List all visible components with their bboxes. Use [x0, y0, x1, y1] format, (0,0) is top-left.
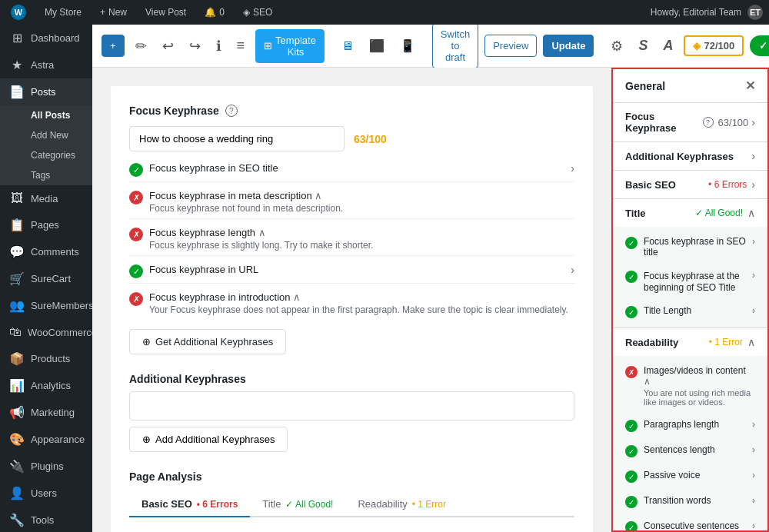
panel-sub-passive-voice[interactable]: ✓ Passive voice › — [613, 464, 767, 489]
undo-button[interactable]: ↩ — [158, 33, 178, 59]
info-button[interactable]: ℹ — [211, 33, 226, 59]
panel-sub-label-seo-title: Focus keyphrase in SEO title — [644, 236, 746, 258]
additional-keyphrases-input[interactable] — [129, 391, 574, 421]
add-additional-keyphrases-button[interactable]: ⊕ Add Additional Keyphrases — [129, 427, 288, 452]
check-item-seo-title: ✓ Focus keyphrase in SEO title › — [129, 158, 574, 182]
panel-sub-consecutive-sentences[interactable]: ✓ Consecutive sentences › — [613, 514, 767, 532]
sidebar-item-label-media: Media — [31, 193, 58, 204]
submenu-categories[interactable]: Categories — [0, 145, 92, 165]
desktop-view-button[interactable]: 🖥 — [337, 36, 358, 56]
add-block-button[interactable]: + — [102, 35, 125, 57]
redo-button[interactable]: ↪ — [185, 33, 205, 59]
sidebar-item-posts[interactable]: 📄 Posts — [0, 78, 92, 105]
panel-sub-transition-words[interactable]: ✓ Transition words › — [613, 489, 767, 514]
panel-sub-title-length[interactable]: ✓ Title Length › — [613, 299, 767, 324]
sidebar-item-products[interactable]: 📦 Products — [0, 345, 92, 372]
panel-close-button[interactable]: ✕ — [745, 78, 755, 93]
shop-button[interactable]: S — [634, 33, 652, 58]
panel-sub-paragraphs[interactable]: ✓ Paragraphs length › — [613, 413, 767, 438]
sidebar-item-appearance[interactable]: 🎨 Appearance — [0, 426, 92, 453]
tab-title[interactable]: Title ✓ All Good! — [250, 492, 345, 517]
focus-keyphrase-info-icon[interactable]: ? — [225, 105, 238, 117]
focus-keyphrase-header: Focus Keyphrase ? — [129, 105, 574, 117]
appearance-icon: 🎨 — [9, 432, 25, 447]
panel-readability-section: Readability • 1 Error ∧ ✗ Images/videos … — [613, 328, 767, 532]
pencil-button[interactable]: ✏ — [131, 33, 151, 59]
admin-bar-store[interactable]: My Store — [40, 0, 86, 25]
check-item-intro: ✗ Focus keyphrase in introduction ∧ Your… — [129, 287, 574, 320]
sidebar-item-label-suremembers: SureMembers — [31, 300, 92, 311]
submenu-all-posts[interactable]: All Posts — [0, 105, 92, 125]
panel-title-arrow: ∧ — [747, 207, 755, 219]
switch-draft-button[interactable]: Switch to draft — [432, 25, 478, 68]
panel-sub-sentences[interactable]: ✓ Sentences length › — [613, 438, 767, 464]
undo-icon: ↩ — [162, 38, 174, 54]
keyphrase-input[interactable] — [129, 126, 345, 151]
update-button[interactable]: Update — [543, 35, 594, 57]
sidebar-item-suremembers[interactable]: 👥 SureMembers — [0, 292, 92, 319]
admin-bar-avatar[interactable]: ET — [747, 5, 763, 20]
submenu-tags[interactable]: Tags — [0, 165, 92, 185]
admin-bar-wp-logo[interactable]: W — [6, 0, 31, 25]
sidebar-item-label-tools: Tools — [31, 514, 54, 526]
seo-score-value: 72/100 — [704, 40, 734, 52]
readability-score-badge[interactable]: ✓ 84/100 — [750, 35, 769, 56]
check-item-meta-desc: ✗ Focus keyphrase in meta description ∧ … — [129, 185, 574, 219]
get-additional-keyphrases-button[interactable]: ⊕ Get Additional Keyphrases — [129, 329, 286, 354]
panel-sub-seo-beginning[interactable]: ✓ Focus keyphrase at the beginning of SE… — [613, 264, 767, 299]
add-keyphrases-label: Add Additional Keyphrases — [155, 434, 275, 445]
tab-basic-seo-label: Basic SEO — [141, 498, 192, 510]
sidebar-item-tools[interactable]: 🔧 Tools — [0, 507, 92, 532]
settings-gear-button[interactable]: ⚙ — [606, 33, 628, 59]
submenu-add-new[interactable]: Add New — [0, 125, 92, 145]
main-content: + ✏ ↩ ↪ ℹ ≡ ⊞ Template Kits 🖥 — [92, 25, 769, 532]
seo-icon: ◈ — [243, 7, 250, 18]
panel-title: General — [625, 80, 665, 92]
check-label-intro: Focus keyphrase in introduction ∧ — [149, 291, 574, 303]
get-keyphrases-label: Get Additional Keyphrases — [155, 336, 273, 347]
sidebar-item-dashboard[interactable]: ⊞ Dashboard — [0, 25, 92, 52]
aio-button[interactable]: A — [658, 33, 677, 58]
panel-basic-seo-row[interactable]: Basic SEO • 6 Errors › — [613, 171, 767, 198]
sidebar-item-woocommerce[interactable]: 🛍 WooCommerce — [0, 319, 92, 345]
sidebar-item-media[interactable]: 🖼 Media — [0, 185, 92, 211]
check-icon-length: ✗ — [129, 228, 143, 241]
admin-bar-new[interactable]: + New — [95, 0, 131, 25]
sidebar-item-astra[interactable]: ★ Astra — [0, 52, 92, 78]
sidebar-item-users[interactable]: 👤 Users — [0, 480, 92, 507]
sidebar-item-plugins[interactable]: 🔌 Plugins — [0, 453, 92, 480]
check-arrow-seo-title[interactable]: › — [571, 162, 574, 175]
admin-bar-view-post[interactable]: View Post — [141, 0, 191, 25]
admin-bar-seo[interactable]: ◈ SEO — [238, 0, 277, 25]
tablet-view-button[interactable]: ⬛ — [365, 35, 389, 56]
tab-readability[interactable]: Readability • 1 Error — [345, 492, 458, 517]
sidebar-item-comments[interactable]: 💬 Comments — [0, 238, 92, 265]
panel-title-title: Title — [625, 208, 695, 219]
admin-bar-right: Howdy, Editorial Team ET — [651, 5, 763, 20]
content-area: Focus Keyphrase ? 63/100 ✓ — [92, 68, 769, 532]
focus-keyphrase-info-icon-panel[interactable]: ? — [703, 117, 714, 128]
focus-check-list: ✓ Focus keyphrase in SEO title › ✗ F — [129, 158, 574, 320]
panel-sub-images-videos[interactable]: ✗ Images/videos in content ∧ You are not… — [613, 359, 767, 413]
panel-focus-keyphrase-row[interactable]: Focus Keyphrase ? 63/100 › — [613, 103, 767, 141]
check-sub-intro: Your Focus keyphrase does not appear in … — [149, 304, 574, 315]
editor-inner: Focus Keyphrase ? 63/100 ✓ — [111, 86, 593, 532]
panel-additional-keyphrases-row[interactable]: Additional Keyphrases › — [613, 142, 767, 170]
template-kits-button[interactable]: ⊞ Template Kits — [255, 29, 325, 63]
tab-basic-seo[interactable]: Basic SEO • 6 Errors — [129, 492, 250, 517]
panel-sub-label-images-videos: Images/videos in content ∧ — [644, 365, 755, 387]
panel-readability-row[interactable]: Readability • 1 Error ∧ — [613, 328, 767, 356]
panel-title-row[interactable]: Title ✓ All Good! ∧ — [613, 199, 767, 227]
sidebar-item-pages[interactable]: 📋 Pages — [0, 211, 92, 238]
mobile-view-button[interactable]: 📱 — [395, 35, 420, 56]
admin-bar-notif[interactable]: 🔔 0 — [200, 0, 229, 25]
sidebar-item-marketing[interactable]: 📢 Marketing — [0, 399, 92, 426]
panel-sub-seo-title[interactable]: ✓ Focus keyphrase in SEO title › — [613, 230, 767, 264]
sidebar-item-analytics[interactable]: 📊 Analytics — [0, 372, 92, 399]
preview-button[interactable]: Preview — [484, 35, 537, 57]
list-button[interactable]: ≡ — [232, 33, 250, 58]
check-arrow-url[interactable]: › — [571, 264, 574, 276]
seo-score-badge[interactable]: ◈ 72/100 — [684, 35, 744, 56]
sidebar-item-surecart[interactable]: 🛒 SureCart — [0, 265, 92, 292]
products-icon: 📦 — [9, 351, 25, 366]
